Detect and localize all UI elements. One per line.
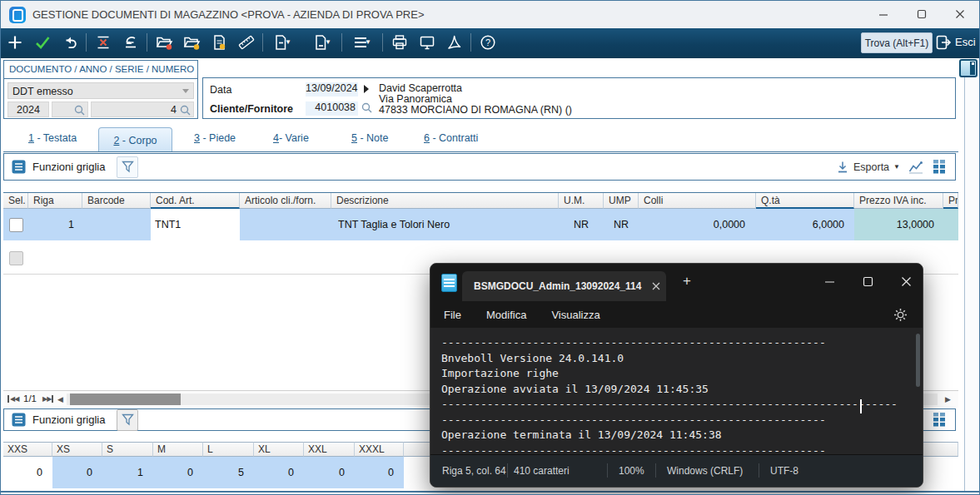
size-value-s[interactable]: 1 (102, 457, 143, 488)
menu-modifica[interactable]: Modifica (486, 309, 526, 321)
grid-blocks-icon[interactable] (933, 413, 946, 427)
size-header-xxl[interactable]: XXL (304, 442, 355, 457)
side-panel-icon[interactable] (959, 59, 978, 77)
serie-field[interactable] (52, 101, 88, 117)
pdf-icon[interactable] (440, 31, 468, 54)
preview-monitor-icon[interactable] (413, 31, 440, 54)
cell-qta[interactable]: 6,0000 (756, 209, 844, 240)
row-checkbox[interactable] (9, 218, 23, 232)
new-tab-icon[interactable]: + (683, 273, 691, 290)
notepad-minimize-button[interactable] (815, 269, 843, 294)
undo-icon[interactable] (56, 31, 83, 54)
tab-contratti[interactable]: 6 - Contratti (424, 132, 478, 144)
cell-um[interactable]: NR (559, 209, 604, 240)
menu-file[interactable]: File (444, 309, 461, 321)
help-icon[interactable]: ? (474, 31, 501, 54)
tab-corpo[interactable]: 2 - Corpo (98, 127, 172, 152)
client-code-field[interactable]: 4010038 (306, 101, 358, 116)
tab-testata[interactable]: 1 - Testata (28, 132, 77, 144)
scroll-right-icon[interactable]: ▶ (945, 395, 950, 403)
column-header-colli[interactable]: Colli (639, 193, 756, 209)
column-header-prezzo[interactable]: Prezzo IVA inc. (854, 193, 943, 209)
size-header-m[interactable]: M (153, 442, 203, 457)
document-yellow-icon[interactable] (205, 31, 232, 54)
size-value-xl[interactable]: 0 (254, 457, 294, 488)
scroll-left-icon[interactable]: ◀ (57, 395, 62, 403)
open-folder-yellow-icon[interactable] (177, 31, 205, 54)
filter-icon[interactable] (117, 409, 138, 431)
grid-functions-icon[interactable] (12, 413, 26, 427)
size-header-l[interactable]: L (203, 442, 254, 457)
size-header-xxxl[interactable]: XXXL (355, 442, 404, 457)
print-icon[interactable] (386, 31, 413, 54)
size-value-xs[interactable]: 0 (52, 457, 92, 488)
minimize-button[interactable] (865, 1, 902, 27)
settings-gear-icon[interactable] (893, 308, 908, 322)
confirm-icon[interactable] (28, 31, 56, 54)
cell-cod-art[interactable]: TNT1 (155, 209, 238, 240)
tab-close-icon[interactable] (651, 281, 661, 291)
column-header-qta[interactable]: Q.tà (756, 193, 854, 209)
size-header-xxs[interactable]: XXS (3, 442, 52, 457)
column-header-barcode[interactable]: Barcode (82, 193, 151, 209)
cell-ump[interactable]: NR (604, 209, 639, 240)
grid-blocks-icon[interactable] (933, 160, 946, 174)
ruler-icon[interactable] (232, 31, 260, 54)
document-minus-dropdown-icon[interactable]: ▼ (266, 31, 299, 54)
search-icon[interactable] (361, 101, 373, 114)
column-header-riga[interactable]: Riga (28, 193, 82, 209)
size-header-xs[interactable]: XS (52, 442, 102, 457)
column-header-cod-art[interactable]: Cod. Art. (151, 193, 240, 209)
date-field[interactable]: 13/09/2024 (306, 82, 358, 97)
year-field[interactable]: 2024 (7, 101, 49, 117)
tab-piede[interactable]: 3 - Piede (194, 132, 236, 144)
status-line-ending[interactable]: Windows (CRLF) (667, 465, 743, 477)
filter-icon[interactable] (117, 156, 138, 178)
maximize-button[interactable] (903, 1, 940, 27)
find-button[interactable]: Trova (Alt+F1) (861, 32, 933, 53)
grid-functions-label[interactable]: Funzioni griglia (32, 413, 105, 426)
size-header-xl[interactable]: XL (254, 442, 304, 457)
exit-button[interactable]: Esci (935, 32, 976, 52)
document-type-dropdown[interactable]: DDT emesso (7, 82, 194, 99)
cell-prezzo-iva[interactable]: 13,0000 (854, 209, 934, 240)
column-header-articolo[interactable]: Articolo cli./forn. (240, 193, 331, 209)
grid-functions-icon[interactable] (12, 160, 26, 174)
last-page-icon[interactable]: ▶▶ (42, 395, 53, 403)
notepad-close-button[interactable] (892, 269, 920, 294)
date-expand-icon[interactable] (362, 84, 371, 94)
open-folder-red-icon[interactable] (150, 31, 177, 54)
tab-varie[interactable]: 4- Varie (273, 132, 309, 144)
cell-descrizione[interactable]: TNT Taglia e Tolori Nero (338, 209, 555, 240)
grid-functions-label[interactable]: Funzioni griglia (32, 161, 105, 173)
status-zoom-level[interactable]: 100% (619, 465, 644, 477)
size-header-s[interactable]: S (102, 442, 153, 457)
menu-dropdown-icon[interactable]: ▼ (345, 31, 380, 54)
scrollbar-thumb[interactable] (70, 394, 181, 405)
size-value-m[interactable]: 0 (153, 457, 193, 488)
first-page-icon[interactable]: ◀◀ (7, 395, 18, 403)
cell-colli[interactable]: 0,0000 (639, 209, 745, 240)
number-field[interactable]: 4 (91, 101, 194, 117)
chart-icon[interactable] (908, 161, 923, 174)
column-header-ump[interactable]: UMP (604, 193, 639, 209)
column-header-um[interactable]: U.M. (559, 193, 604, 209)
cell-riga[interactable]: 1 (28, 209, 74, 240)
notepad-tab[interactable]: BSMGDOCU_Admin_13092024_114 (462, 271, 666, 301)
right-collapsed-panel[interactable] (964, 59, 980, 492)
size-value-xxs[interactable]: 0 (3, 457, 42, 488)
notepad-maximize-button[interactable] (853, 269, 882, 294)
size-value-l[interactable]: 5 (203, 457, 244, 488)
size-value-xxxl[interactable]: 0 (355, 457, 394, 488)
new-icon[interactable] (1, 31, 28, 54)
column-header-sel[interactable]: Sel. (3, 193, 28, 209)
export-button[interactable]: Esporta ▼ (836, 161, 900, 174)
tab-note[interactable]: 5 - Note (351, 132, 388, 144)
revert-row-icon[interactable] (117, 31, 144, 54)
column-header-pr[interactable]: Pr (943, 193, 958, 209)
status-encoding[interactable]: UTF-8 (770, 465, 798, 477)
column-header-descrizione[interactable]: Descrizione (331, 193, 559, 209)
document-export-dropdown-icon[interactable]: ▼ (306, 31, 339, 54)
size-value-xxl[interactable]: 0 (304, 457, 345, 488)
menu-visualizza[interactable]: Visualizza (551, 309, 599, 321)
